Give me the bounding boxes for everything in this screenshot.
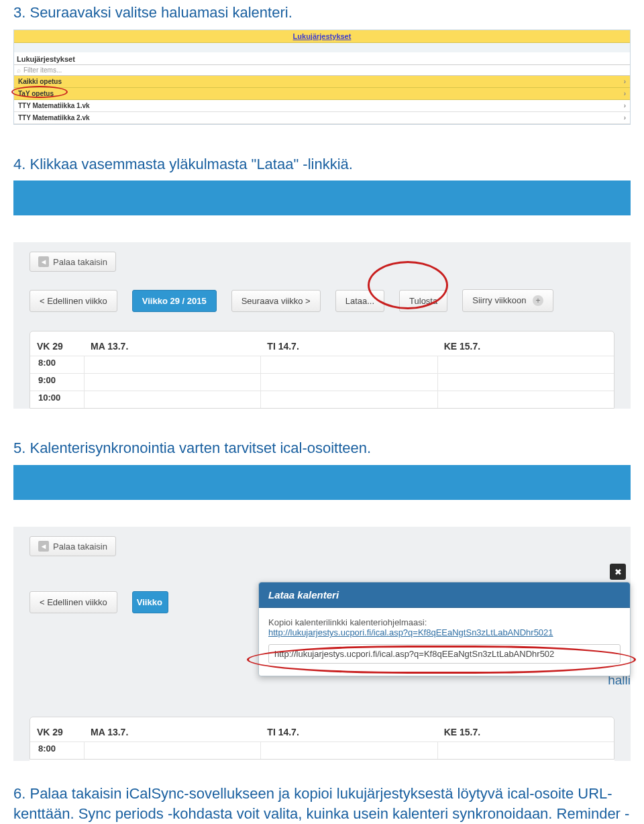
ical-link[interactable]: http://lukujarjestys.ucpori.fi/ical.asp?… <box>268 627 553 637</box>
toolbar: < Edellinen viikko Viikko 29 / 2015 Seur… <box>30 289 614 312</box>
time-row: 10:00 <box>30 391 84 408</box>
col-day: TI 14.7. <box>260 341 437 352</box>
chevron-right-icon: › <box>624 102 626 109</box>
prev-week-button[interactable]: < Edellinen viikko <box>30 591 117 613</box>
week-table: VK 29 MA 13.7. TI 14.7. KE 15.7. 8:00 <box>30 717 614 760</box>
panel-title: Lukujärjestykset <box>14 52 630 65</box>
time-row: 9:00 <box>30 373 84 391</box>
close-icon: ✖ <box>614 567 622 577</box>
filter-placeholder: Filter items... <box>23 66 62 74</box>
col-day: MA 13.7. <box>84 727 260 737</box>
prev-week-button[interactable]: < Edellinen viikko <box>30 290 117 312</box>
list-item[interactable]: TTY Matematiikka 2.vk › <box>14 112 630 124</box>
col-day: TI 14.7. <box>260 727 437 737</box>
screenshot-week-view: ◄ Palaa takaisin < Edellinen viikko Viik… <box>13 181 631 409</box>
col-week: VK 29 <box>30 341 84 352</box>
filter-input[interactable]: ⌕ Filter items... <box>14 65 630 76</box>
time-row: 8:00 <box>30 741 84 759</box>
list-item-label: TTY Matematiikka 1.vk <box>18 102 90 109</box>
current-week-button[interactable]: Viikko <box>132 591 168 613</box>
chevron-right-icon: › <box>624 114 626 121</box>
close-button[interactable]: ✖ <box>610 564 626 580</box>
back-button[interactable]: ◄ Palaa takaisin <box>30 536 116 556</box>
ical-url-input[interactable] <box>268 644 621 664</box>
modal-title: Lataa kalenteri <box>259 582 630 608</box>
download-calendar-modal: ✖ Lataa kalenteri Kopioi kalenterilinkki… <box>258 582 631 676</box>
screenshot-schedule-list: Lukujärjestykset Lukujärjestykset ⌕ Filt… <box>13 30 631 125</box>
back-label: Palaa takaisin <box>53 257 107 267</box>
goto-week-button[interactable]: Siirry viikkoon + <box>462 289 553 312</box>
chevron-right-icon: › <box>624 90 626 97</box>
chevron-right-icon: › <box>624 78 626 85</box>
list-item-label: Kaikki opetus <box>18 78 62 85</box>
back-button[interactable]: ◄ Palaa takaisin <box>30 252 116 272</box>
goto-label: Siirry viikkoon <box>472 295 526 305</box>
search-icon: ⌕ <box>17 66 21 74</box>
col-day: MA 13.7. <box>84 341 260 352</box>
download-button[interactable]: Lataa... <box>335 290 384 312</box>
current-week-button[interactable]: Viikko 29 / 2015 <box>132 290 217 312</box>
step-5-text: 5. Kalenterisynkronointia varten tarvits… <box>0 435 644 465</box>
col-day: KE 15.7. <box>437 727 614 737</box>
list-item[interactable]: Kaikki opetus › <box>14 76 630 88</box>
back-label: Palaa takaisin <box>53 542 107 552</box>
top-bar <box>13 465 631 500</box>
list-item[interactable]: TaY opetus › <box>14 88 630 100</box>
top-bar <box>13 181 631 215</box>
col-day: KE 15.7. <box>437 341 614 352</box>
list-item-label: TaY opetus <box>18 90 54 97</box>
list-item[interactable]: TTY Matematiikka 1.vk › <box>14 100 630 112</box>
screenshot-modal-view: ◄ Palaa takaisin < Edellinen viikko Viik… <box>13 465 631 761</box>
week-table: VK 29 MA 13.7. TI 14.7. KE 15.7. 8:00 9:… <box>30 331 614 409</box>
step-3-text: 3. Seuraavaksi valitse haluamasi kalente… <box>0 0 644 30</box>
step-6-text: 6. Palaa takaisin iCalSync-sovellukseen … <box>0 781 644 824</box>
step-4-text: 4. Klikkaa vasemmasta yläkulmasta "Lataa… <box>0 152 644 181</box>
arrow-left-icon: ◄ <box>38 256 49 267</box>
tab-header: Lukujärjestykset <box>14 30 630 43</box>
arrow-left-icon: ◄ <box>38 541 49 552</box>
print-button[interactable]: Tulosta <box>399 290 447 312</box>
time-row: 8:00 <box>30 356 84 373</box>
modal-description: Kopioi kalenterilinkki kalenteriohjelmaa… <box>268 617 621 627</box>
col-week: VK 29 <box>30 727 84 737</box>
plus-icon: + <box>533 295 543 306</box>
list-item-label: TTY Matematiikka 2.vk <box>18 114 90 121</box>
next-week-button[interactable]: Seuraava viikko > <box>231 290 321 312</box>
